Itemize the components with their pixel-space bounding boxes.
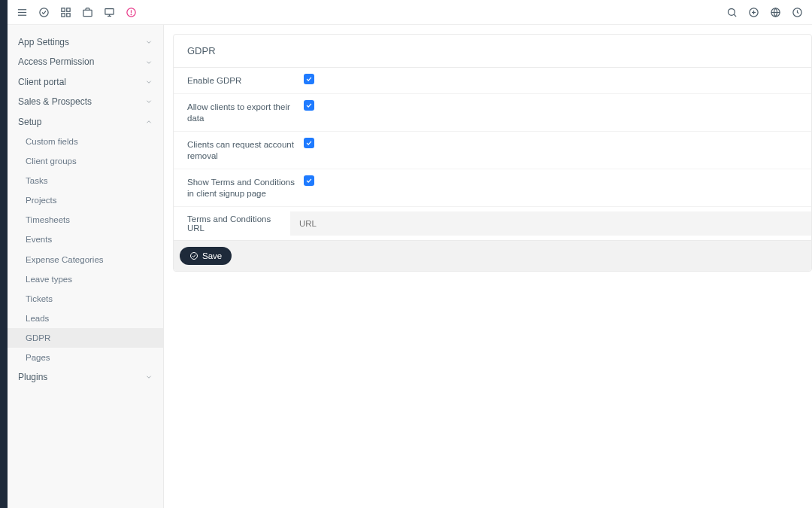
grid-icon[interactable] [60,7,71,18]
checkbox-enable-gdpr[interactable] [304,74,314,84]
sidebar-sub-leave-types[interactable]: Leave types [8,269,163,289]
sidebar-sub-projects[interactable]: Projects [8,190,163,210]
chevron-down-icon [145,38,153,46]
sidebar-sub-expense-categories[interactable]: Expense Categories [8,250,163,269]
sidebar-item-label: Plugins [18,372,47,382]
save-button-label: Save [202,251,222,260]
row-label: Show Terms and Conditions in client sign… [187,175,304,200]
search-icon[interactable] [726,7,738,18]
svg-rect-4 [62,8,65,11]
sidebar-sub-leads[interactable]: Leads [8,309,163,328]
sidebar-item-access-permission[interactable]: Access Permission [8,52,163,71]
svg-rect-5 [67,8,70,11]
monitor-icon[interactable] [104,7,115,18]
sidebar-sub-pages[interactable]: Pages [8,348,163,367]
row-label: Terms and Conditions URL [174,207,290,240]
globe-icon[interactable] [770,7,781,18]
row-label: Enable GDPR [187,74,304,87]
sidebar-sub-tickets[interactable]: Tickets [8,289,163,309]
sidebar-sub-tasks[interactable]: Tasks [8,171,163,190]
terms-url-input[interactable] [290,211,811,236]
save-button[interactable]: Save [180,247,232,265]
chevron-down-icon [145,59,153,66]
content-area: GDPR Enable GDPR Allow clients to exp [164,25,812,508]
svg-point-15 [729,8,735,15]
briefcase-icon[interactable] [82,7,93,18]
sidebar-sub-custom-fields[interactable]: Custom fields [8,132,163,151]
svg-rect-7 [67,13,70,16]
plus-circle-icon[interactable] [748,7,759,18]
row-enable-gdpr: Enable GDPR [174,68,811,94]
page-title: GDPR [174,35,811,68]
svg-point-3 [40,8,48,16]
sidebar-item-label: Client portal [18,77,66,87]
checkbox-account-removal[interactable] [304,138,314,148]
sidebar-sub-timesheets[interactable]: Timesheets [8,210,163,230]
menu-icon[interactable] [17,7,28,18]
sidebar-setup-sublist: Custom fields Client groups Tasks Projec… [8,132,163,367]
sidebar-item-sales-prospects[interactable]: Sales & Prospects [8,92,163,111]
sidebar-item-label: Access Permission [18,56,94,67]
svg-rect-8 [83,10,92,16]
topbar [8,0,812,25]
svg-point-14 [131,14,132,14]
row-label: Clients can request account removal [187,138,304,163]
card-footer: Save [174,240,811,271]
row-account-removal: Clients can request account removal [174,132,811,169]
row-allow-export: Allow clients to export their data [174,94,811,132]
sidebar: App Settings Access Permission Client po… [8,25,164,508]
chevron-down-icon [145,98,153,105]
chevron-down-icon [145,373,153,381]
sidebar-sub-gdpr[interactable]: GDPR [8,328,163,348]
sidebar-item-label: Sales & Prospects [18,96,92,107]
check-circle-icon [189,251,198,260]
svg-point-23 [191,252,198,259]
left-rail [0,0,8,508]
sidebar-item-label: Setup [18,117,41,127]
svg-rect-9 [105,8,114,14]
row-terms-url: Terms and Conditions URL [174,207,811,240]
sidebar-item-setup[interactable]: Setup [8,112,163,132]
checkbox-show-terms[interactable] [304,175,314,186]
chevron-down-icon [145,118,153,126]
check-circle-icon[interactable] [38,7,50,18]
svg-line-16 [734,14,736,17]
sidebar-item-plugins[interactable]: Plugins [8,367,163,387]
row-label: Allow clients to export their data [187,100,304,125]
sidebar-item-app-settings[interactable]: App Settings [8,32,163,52]
checkbox-allow-export[interactable] [304,100,314,111]
alert-icon[interactable] [126,7,137,18]
sidebar-item-client-portal[interactable]: Client portal [8,72,163,92]
sidebar-item-label: App Settings [18,37,69,47]
clock-icon[interactable] [792,7,803,18]
row-show-terms: Show Terms and Conditions in client sign… [174,169,811,207]
gdpr-card: GDPR Enable GDPR Allow clients to exp [173,34,812,272]
sidebar-sub-client-groups[interactable]: Client groups [8,151,163,171]
sidebar-sub-events[interactable]: Events [8,230,163,249]
chevron-down-icon [145,78,153,86]
svg-rect-6 [62,13,65,16]
